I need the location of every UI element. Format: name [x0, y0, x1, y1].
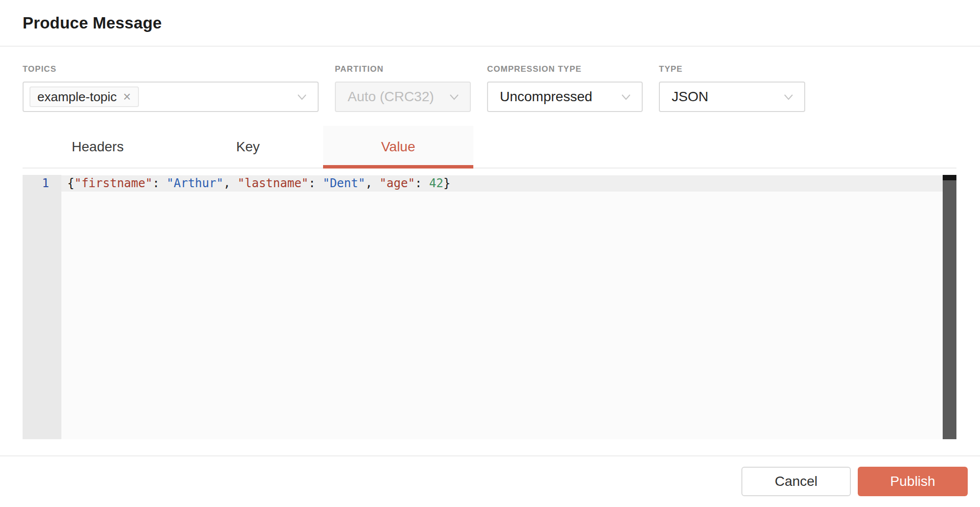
code-token: {: [67, 176, 74, 190]
code-token: 42: [429, 176, 443, 190]
topics-select[interactable]: example-topic ×: [23, 82, 319, 112]
produce-message-dialog: Produce Message TOPICS example-topic × P…: [0, 0, 980, 507]
tab-value[interactable]: Value: [323, 126, 473, 168]
code-token: "Arthur": [166, 176, 223, 190]
partition-field: PARTITION Auto (CRC32): [335, 64, 471, 112]
compression-select[interactable]: Uncompressed: [487, 82, 643, 112]
code-token: :: [152, 176, 166, 190]
tab-headers-label: Headers: [72, 139, 124, 155]
topic-tag: example-topic ×: [29, 86, 139, 107]
type-field: TYPE JSON: [659, 64, 805, 112]
code-token: ,: [223, 176, 238, 190]
code-token: :: [308, 176, 323, 190]
code-token: "age": [380, 176, 415, 190]
type-select[interactable]: JSON: [659, 82, 805, 112]
editor-gutter: 1: [23, 175, 61, 439]
tab-key-label: Key: [236, 139, 260, 155]
editor-scrollbar[interactable]: [943, 175, 956, 439]
form-row: TOPICS example-topic × PARTITION Auto (C…: [0, 64, 980, 112]
cancel-button[interactable]: Cancel: [741, 467, 851, 496]
topic-tag-label: example-topic: [37, 89, 117, 105]
compression-value: Uncompressed: [500, 89, 592, 105]
code-token: "lastname": [238, 176, 309, 190]
remove-topic-icon[interactable]: ×: [123, 90, 131, 104]
chevron-down-icon: [783, 91, 794, 103]
partition-value: Auto (CRC32): [348, 89, 434, 105]
partition-label: PARTITION: [335, 64, 471, 74]
topics-field: TOPICS example-topic ×: [23, 64, 319, 112]
code-token: :: [415, 176, 429, 190]
type-label: TYPE: [659, 64, 805, 74]
scrollbar-thumb[interactable]: [943, 175, 956, 180]
partition-select: Auto (CRC32): [335, 82, 471, 112]
code-line[interactable]: {"firstname": "Arthur", "lastname": "Den…: [67, 175, 450, 192]
chevron-down-icon: [620, 91, 632, 103]
tab-bar: Headers Key Value: [23, 126, 956, 169]
dialog-footer: Cancel Publish: [0, 455, 980, 507]
tab-key[interactable]: Key: [173, 126, 323, 168]
code-token: "Dent": [323, 176, 365, 190]
publish-button[interactable]: Publish: [858, 467, 968, 496]
line-number: 1: [23, 175, 61, 192]
compression-label: COMPRESSION TYPE: [487, 64, 643, 74]
tab-value-label: Value: [381, 139, 415, 155]
compression-field: COMPRESSION TYPE Uncompressed: [487, 64, 643, 112]
chevron-down-icon: [448, 91, 460, 103]
code-token: }: [443, 176, 450, 190]
type-value: JSON: [672, 89, 708, 105]
code-editor[interactable]: 1 {"firstname": "Arthur", "lastname": "D…: [23, 175, 956, 439]
chevron-down-icon: [296, 91, 308, 103]
code-token: ,: [365, 176, 380, 190]
topics-label: TOPICS: [23, 64, 319, 74]
tab-headers[interactable]: Headers: [23, 126, 173, 168]
code-token: "firstname": [74, 176, 152, 190]
page-title: Produce Message: [23, 14, 162, 32]
dialog-header: Produce Message: [0, 0, 980, 47]
